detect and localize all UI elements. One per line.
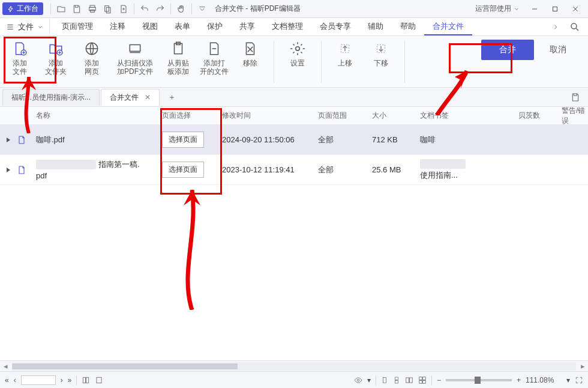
menutab-doc[interactable]: 文档整理 xyxy=(263,18,311,35)
settings-button[interactable]: 设置 xyxy=(283,40,313,67)
table-row[interactable]: 指南第一稿. pdf 选择页面 2023-10-12 11:19:41 全部 2… xyxy=(0,155,588,185)
col-pages[interactable]: 贝茨数 xyxy=(518,111,562,121)
hand-tool-icon[interactable] xyxy=(173,2,189,16)
svg-rect-5 xyxy=(553,7,557,11)
add-from-clipboard-button[interactable]: 从剪贴板添加 xyxy=(163,40,193,76)
first-page-button[interactable]: « xyxy=(5,376,9,384)
ribbon-label: 添加文件夹 xyxy=(45,59,67,76)
add-webpage-button[interactable]: 添加网页 xyxy=(77,40,107,76)
add-open-files-button[interactable]: 添加打开的文件 xyxy=(199,40,229,76)
layout-continuous-icon[interactable] xyxy=(393,376,400,384)
table-row[interactable]: 咖啡.pdf 选择页面 2024-09-20 11:50:06 全部 712 K… xyxy=(0,125,588,155)
next-page-button[interactable]: › xyxy=(61,376,63,384)
page-select-button[interactable]: 选择页面 xyxy=(162,162,204,178)
menutab-share[interactable]: 共享 xyxy=(231,18,263,35)
horizontal-scrollbar[interactable]: ◂ ▸ xyxy=(0,360,588,371)
svg-rect-25 xyxy=(419,377,422,380)
last-page-button[interactable]: » xyxy=(68,376,72,384)
open-icon[interactable] xyxy=(53,2,69,16)
close-button[interactable] xyxy=(565,1,586,17)
separator xyxy=(274,41,274,83)
new-page-icon[interactable] xyxy=(116,2,131,16)
clipboard-icon xyxy=(169,40,187,58)
save-workspace-icon[interactable] xyxy=(569,91,582,104)
svg-point-13 xyxy=(296,47,300,51)
add-folder-button[interactable]: 添加文件夹 xyxy=(41,40,71,76)
page-plus-icon xyxy=(11,40,29,58)
ribbon-group-add: 添加文件 添加文件夹 添加网页 从扫描仪添加PDF文件 从剪贴板添加 添加打开的… xyxy=(5,40,265,76)
search-button[interactable] xyxy=(564,18,586,35)
redo-icon[interactable] xyxy=(152,2,168,16)
workbench-chip[interactable]: 工作台 xyxy=(2,2,43,15)
menutab-form[interactable]: 表单 xyxy=(166,18,199,35)
zoom-slider[interactable] xyxy=(446,379,512,381)
move-down-button[interactable]: 下移 xyxy=(366,40,396,67)
menutab-help[interactable]: 帮助 xyxy=(392,18,424,35)
dropdown-icon[interactable] xyxy=(194,2,210,16)
menutab-access[interactable]: 辅助 xyxy=(359,18,392,35)
scroll-thumb[interactable] xyxy=(12,363,238,369)
scroll-left-icon[interactable]: ◂ xyxy=(0,361,11,372)
expand-icon[interactable] xyxy=(7,168,10,172)
remove-button[interactable]: 移除 xyxy=(235,40,265,76)
cancel-button[interactable]: 取消 xyxy=(542,40,574,60)
move-up-button[interactable]: 上移 xyxy=(330,40,360,67)
svg-rect-22 xyxy=(395,380,398,383)
prev-page-button[interactable]: ‹ xyxy=(14,376,16,384)
maximize-button[interactable] xyxy=(545,1,565,17)
page-select-button[interactable]: 选择页面 xyxy=(162,132,204,148)
undo-icon[interactable] xyxy=(137,2,152,16)
menutab-merge[interactable]: 合并文件 xyxy=(424,18,472,35)
document-tab-merge[interactable]: 合并文件 ✕ xyxy=(101,89,160,106)
col-name[interactable]: 名称 xyxy=(36,111,162,121)
zoom-out-button[interactable]: − xyxy=(437,376,441,384)
zoom-in-button[interactable]: + xyxy=(517,376,521,384)
menutab-comment[interactable]: 注释 xyxy=(101,18,134,35)
separator xyxy=(321,41,322,83)
add-tab-button[interactable]: ＋ xyxy=(164,90,179,105)
document-tab-1[interactable]: 福昕...员使用指南-演示... xyxy=(2,89,100,106)
user-menu[interactable]: 运营部使用 xyxy=(475,4,520,14)
copy-page-icon[interactable] xyxy=(100,2,116,16)
layout-single-icon[interactable] xyxy=(381,376,388,384)
save-icon[interactable] xyxy=(69,2,85,16)
fullscreen-button[interactable] xyxy=(575,376,583,384)
add-file-button[interactable]: 添加文件 xyxy=(5,40,35,76)
zoom-thumb[interactable] xyxy=(475,377,481,384)
expand-icon[interactable] xyxy=(7,138,10,142)
page-jump-input[interactable] xyxy=(21,375,56,385)
col-size[interactable]: 大小 xyxy=(372,111,420,121)
svg-rect-20 xyxy=(383,377,386,383)
print-icon[interactable] xyxy=(85,2,100,16)
col-warnings[interactable]: 警告/错误 xyxy=(562,107,588,126)
merge-button[interactable]: 合并 xyxy=(481,40,534,60)
scroll-right-icon[interactable]: ▸ xyxy=(577,361,588,372)
view-mode-icon[interactable] xyxy=(354,376,362,384)
col-page-select[interactable]: 页面选择 xyxy=(162,111,222,121)
cell-bookmarks: 咖啡 xyxy=(420,135,518,145)
tabs-scroll-right[interactable] xyxy=(550,18,562,35)
add-from-scanner-button[interactable]: 从扫描仪添加PDF文件 xyxy=(113,40,157,76)
move-up-icon xyxy=(336,40,354,58)
page-layout-icon[interactable] xyxy=(82,376,90,384)
scroll-track[interactable] xyxy=(12,362,576,371)
minimize-button[interactable] xyxy=(524,1,545,17)
menutab-member[interactable]: 会员专享 xyxy=(311,18,359,35)
menutab-protect[interactable]: 保护 xyxy=(199,18,231,35)
col-bookmarks[interactable]: 文档书签 xyxy=(420,111,518,121)
menutab-view[interactable]: 视图 xyxy=(134,18,166,35)
menutab-page-manage[interactable]: 页面管理 xyxy=(53,18,101,35)
svg-rect-3 xyxy=(105,5,109,11)
svg-rect-23 xyxy=(406,377,409,382)
close-tab-icon[interactable]: ✕ xyxy=(145,93,151,102)
col-modified[interactable]: 修改时间 xyxy=(222,111,318,121)
window-title: 合并文件 - 福昕PDF编辑器 xyxy=(215,4,301,14)
page-layout-icon-2[interactable] xyxy=(95,376,103,384)
layout-two-icon[interactable] xyxy=(405,376,413,384)
layout-two-cont-icon[interactable] xyxy=(418,376,427,384)
workbench-label: 工作台 xyxy=(17,4,38,14)
svg-rect-10 xyxy=(130,45,140,52)
ribbon-label: 从剪贴板添加 xyxy=(167,59,189,76)
col-range[interactable]: 页面范围 xyxy=(318,111,372,121)
file-menu[interactable]: 文件 xyxy=(0,18,50,35)
